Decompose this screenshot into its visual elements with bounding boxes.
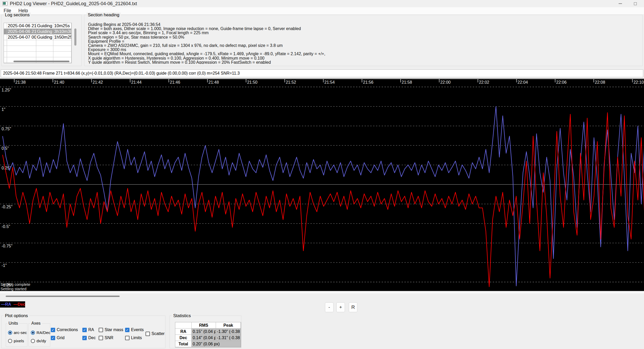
section-heading-line: Equipment Profile = bbox=[88, 39, 640, 44]
log-sections-label: Log sections bbox=[4, 12, 31, 18]
log-row-0-cell-0[interactable] bbox=[4, 23, 7, 29]
radio-icon bbox=[31, 331, 35, 335]
status-text: 2025-04-06 21:50:48 Frame 271 t=834.66 (… bbox=[3, 71, 240, 76]
stats-row-label-total: Total bbox=[175, 341, 192, 347]
section-heading-line: Pixel scale = 3.44 arc-sec/px, Binning =… bbox=[88, 31, 640, 35]
log-row-1-cell-0[interactable] bbox=[4, 29, 7, 34]
log-empty-cell bbox=[4, 46, 7, 52]
section-heading-line: Guiding Begins at 2025-04-06 21:36:54 bbox=[88, 23, 640, 27]
log-sections-panel: Log sections 2025-04-06 21:26Guiding10m2… bbox=[1, 15, 82, 66]
y-tick-label: -1" bbox=[2, 263, 7, 268]
x-tick-label: 21:48 bbox=[208, 80, 219, 84]
section-heading-line: Y guide algorithm = Resist Switch, Minim… bbox=[88, 60, 640, 64]
log-sections-table[interactable]: 2025-04-06 21:26Guiding10m25s2025-04-06 … bbox=[4, 23, 72, 63]
stats-header-blank bbox=[175, 322, 192, 329]
x-tick-label: 22:04 bbox=[518, 80, 528, 84]
log-row-2-cell-0[interactable] bbox=[4, 34, 7, 40]
guide-chart[interactable]: 21:3821:4021:4221:4421:4621:4821:5021:52… bbox=[0, 79, 644, 291]
window-title: PHD2 Log Viewer - PHD2_GuideLog_2025-04-… bbox=[10, 1, 137, 6]
section-heading-line: Search region = 50 px, Star mass toleran… bbox=[88, 35, 640, 39]
log-empty-cell bbox=[7, 46, 36, 52]
log-table-vscrollbar[interactable] bbox=[74, 29, 76, 46]
radio-icon bbox=[31, 339, 35, 343]
chart-pan-slider[interactable] bbox=[6, 296, 120, 297]
legend-ra-entry: —RA bbox=[1, 302, 11, 307]
statistics-label: Statistics bbox=[172, 313, 192, 318]
plot-options-panel: Plot options Units arc-secpixels Axes RA… bbox=[1, 316, 165, 348]
checkbox-events[interactable]: ✓Events bbox=[125, 327, 144, 332]
log-empty-cell bbox=[7, 52, 36, 57]
checkbox-scatter[interactable]: Scatter bbox=[146, 331, 165, 336]
log-row-0-cell-3[interactable]: 10m25s bbox=[53, 23, 71, 29]
section-heading-text: Guiding Begins at 2025-04-06 21:36:54Dit… bbox=[88, 23, 640, 64]
radio-label: dx/dy bbox=[37, 339, 46, 343]
checkbox-label: Star mass bbox=[105, 327, 123, 332]
checkbox-label: RA bbox=[88, 327, 94, 332]
section-heading-panel: Section heading Guiding Begins at 2025-0… bbox=[84, 15, 643, 66]
section-heading-line: Mount = EQMod Mount, connected, guiding … bbox=[88, 52, 640, 56]
chart-legend: —RA —Dec bbox=[0, 301, 25, 308]
log-row-2-cell-1[interactable]: 2025-04-07 00:58 bbox=[7, 34, 36, 40]
log-row-1-cell-3[interactable]: 3h10m38s bbox=[53, 29, 71, 34]
checkbox-star-mass[interactable]: Star mass bbox=[99, 327, 123, 332]
x-tick-label: 22:00 bbox=[440, 80, 451, 84]
log-row-1-cell-2[interactable]: Guiding bbox=[36, 29, 53, 34]
log-table-hscrollbar[interactable] bbox=[13, 61, 69, 62]
minimize-button[interactable] bbox=[614, 0, 626, 7]
checkbox-icon bbox=[146, 332, 150, 336]
title-bar[interactable]: PHD2 Log Viewer - PHD2_GuideLog_2025-04-… bbox=[0, 0, 644, 7]
section-heading-line: Dither = both axes, Dither scale = 1.000… bbox=[88, 27, 640, 31]
event-settling-complete: Settling complete bbox=[1, 282, 30, 287]
log-empty-cell bbox=[53, 52, 71, 57]
checkbox-icon bbox=[99, 336, 103, 340]
section-heading-line: Exposure = 3000 ms bbox=[88, 48, 640, 52]
log-empty-cell bbox=[36, 52, 53, 57]
reset-zoom-button[interactable]: R bbox=[349, 302, 357, 312]
checkbox-dec[interactable]: ✓Dec bbox=[82, 336, 96, 340]
axes-label: Axes bbox=[30, 321, 42, 326]
checkbox-snr[interactable]: SNR bbox=[99, 336, 113, 340]
checkbox-limits[interactable]: Limits bbox=[125, 336, 142, 340]
log-empty-cell bbox=[53, 46, 71, 52]
zoom-out-button[interactable]: - bbox=[325, 302, 334, 312]
x-tick-label: 21:58 bbox=[402, 80, 412, 84]
radio-ra-dec[interactable]: RA/Dec bbox=[31, 330, 50, 335]
log-row-2-cell-3[interactable]: 1h50m25s bbox=[53, 34, 71, 40]
checkbox-icon: ✓ bbox=[51, 336, 55, 340]
checkbox-icon bbox=[125, 336, 129, 340]
x-tick-label: 22:02 bbox=[479, 80, 489, 84]
stats-header-rms: RMS bbox=[192, 322, 216, 329]
units-label: Units bbox=[8, 321, 19, 326]
checkbox-label: Scatter bbox=[151, 331, 165, 336]
checkbox-corrections[interactable]: ✓Corrections bbox=[51, 327, 78, 332]
axes-groupbox: Axes RA/Decdx/dy bbox=[28, 323, 50, 347]
restore-button[interactable] bbox=[629, 0, 641, 7]
x-tick-label: 21:46 bbox=[170, 80, 180, 84]
x-tick-label: 21:44 bbox=[131, 80, 142, 84]
checkbox-ra[interactable]: ✓RA bbox=[82, 327, 94, 332]
zoom-in-button[interactable]: + bbox=[336, 302, 345, 312]
x-tick-label: 21:54 bbox=[324, 80, 335, 84]
checkbox-icon: ✓ bbox=[125, 328, 129, 332]
checkbox-icon: ✓ bbox=[51, 328, 55, 332]
log-row-0-cell-1[interactable]: 2025-04-06 21:26 bbox=[7, 23, 36, 29]
units-groupbox: Units arc-secpixels bbox=[6, 323, 27, 347]
radio-arc-sec[interactable]: arc-sec bbox=[8, 330, 27, 335]
log-empty-cell bbox=[7, 40, 36, 46]
log-empty-cell bbox=[4, 40, 7, 46]
app-icon bbox=[3, 2, 8, 5]
radio-dx-dy[interactable]: dx/dy bbox=[31, 339, 46, 343]
checkbox-label: Grid bbox=[57, 336, 64, 340]
y-tick-label: -0.25" bbox=[2, 205, 12, 209]
checkbox-grid[interactable]: ✓Grid bbox=[51, 336, 64, 340]
x-tick-label: 21:52 bbox=[286, 80, 296, 84]
y-tick-label: -0.75" bbox=[2, 244, 12, 248]
log-row-0-cell-2[interactable]: Guiding bbox=[36, 23, 53, 29]
log-row-2-cell-2[interactable]: Guiding bbox=[36, 34, 53, 40]
log-row-1-cell-1[interactable]: 2025-04-06 21:36 bbox=[7, 29, 36, 34]
radio-icon bbox=[8, 331, 12, 335]
x-tick-label: 21:50 bbox=[247, 80, 257, 84]
radio-pixels[interactable]: pixels bbox=[8, 339, 24, 343]
x-tick-label: 21:56 bbox=[363, 80, 373, 84]
checkbox-label: Events bbox=[131, 327, 144, 332]
